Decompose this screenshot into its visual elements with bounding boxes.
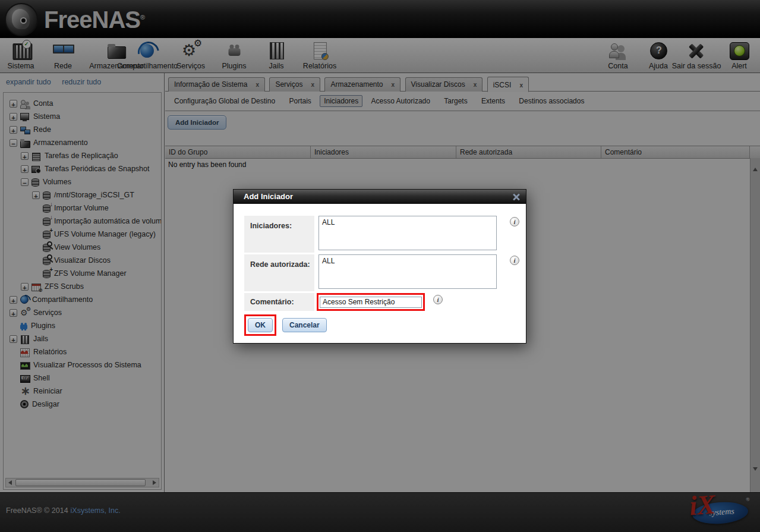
ok-button[interactable]: OK <box>248 318 273 332</box>
field-row-rede-autorizada: Rede autorizada: ALL <box>244 254 518 291</box>
freenas-app: FreeNAS® Sistema Rede Armazenamento Comp… <box>0 0 760 532</box>
iniciadores-textarea[interactable]: ALL <box>318 216 497 250</box>
field-label: Rede autorizada: <box>244 254 314 291</box>
info-icon[interactable] <box>510 256 519 265</box>
cancel-button[interactable]: Cancelar <box>282 318 327 332</box>
dialog-body: Iniciadores: ALL Rede autorizada: ALL Co… <box>234 204 526 343</box>
highlight-box-ok: OK <box>244 314 276 336</box>
field-row-comentario: Comentário: <box>244 293 518 311</box>
rede-autorizada-textarea[interactable]: ALL <box>318 254 497 289</box>
field-row-iniciadores: Iniciadores: ALL <box>244 216 518 253</box>
info-icon[interactable] <box>510 217 519 226</box>
highlight-box-comentario <box>317 293 425 311</box>
dialog-buttons: OK Cancelar <box>244 314 518 336</box>
comentario-input[interactable] <box>320 297 422 308</box>
dialog-title: Add Iniciador <box>244 192 293 201</box>
dialog-close-icon[interactable] <box>513 194 520 200</box>
info-icon[interactable] <box>433 295 443 304</box>
add-iniciador-dialog: Add Iniciador Iniciadores: ALL Rede auto… <box>233 189 526 344</box>
dialog-title-bar[interactable]: Add Iniciador <box>234 190 526 204</box>
field-label: Comentário: <box>244 293 314 311</box>
field-label: Iniciadores: <box>244 216 314 253</box>
